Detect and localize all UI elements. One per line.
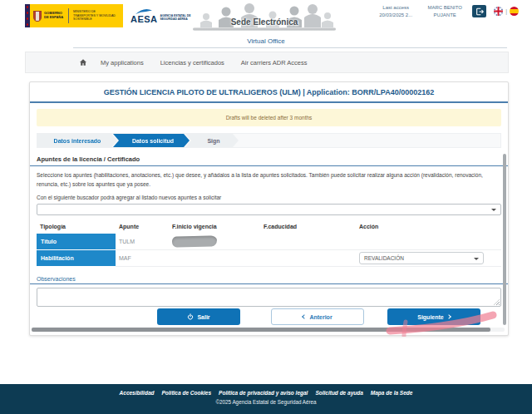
salir-button[interactable]: Salir	[157, 308, 240, 325]
col-tipologia: Tipología	[37, 221, 116, 234]
user-name: MARC BENITO PUJANTE	[425, 4, 465, 19]
step-datos-interesado[interactable]: Datos interesado	[37, 134, 117, 147]
logout-button[interactable]	[472, 5, 486, 17]
language-selector: |	[494, 7, 519, 16]
tipologia-cell: Título	[37, 234, 116, 250]
redacted-date	[172, 235, 217, 247]
finicio-cell	[169, 250, 260, 267]
power-icon	[187, 313, 194, 320]
aesa-logo: AESA AGENCIA ESTATAL DE SEGURIDAD AÉREA	[131, 8, 199, 24]
main-nav: My applications Licencias y certificados…	[25, 52, 509, 73]
aesa-acronym: AESA	[131, 15, 158, 24]
resize-handle[interactable]	[494, 299, 500, 305]
col-finicio: F.inicio vigencia	[169, 221, 260, 234]
anterior-button[interactable]: Anterior	[271, 308, 364, 325]
step-datos-solicitud[interactable]: Datos solicitud	[113, 134, 190, 147]
home-icon[interactable]	[79, 58, 87, 67]
nav-item-adr-access[interactable]: Air carriers ADR Access	[241, 59, 308, 67]
gobierno-label: GOBIERNO DE ESPAÑA	[44, 12, 64, 20]
gobierno-logo: GOBIERNO DE ESPAÑA MINISTERIO DE TRANSPO…	[25, 4, 123, 27]
col-fcaducidad: F.caducidad	[260, 221, 356, 234]
siguiente-button[interactable]: Siguiente	[387, 308, 480, 325]
logo-group: GOBIERNO DE ESPAÑA MINISTERIO DE TRANSPO…	[25, 4, 199, 27]
table-row: Título TULM	[37, 234, 501, 250]
observaciones-textarea[interactable]	[37, 288, 501, 307]
copyright: ©2025 Agencia Estatal de Seguridad Aérea	[0, 399, 532, 405]
search-label: Con el siguiente buscador podrá agregar …	[30, 189, 508, 200]
last-access-value: 20/03/2025 2...	[374, 12, 417, 19]
section-title: Apuntes de la licencia / Certificado	[30, 155, 508, 166]
apunte-cell: TULM	[116, 234, 169, 250]
fcaducidad-cell	[260, 234, 356, 250]
nav-item-my-applications[interactable]: My applications	[101, 59, 144, 67]
header: GOBIERNO DE ESPAÑA MINISTERIO DE TRANSPO…	[0, 0, 532, 35]
footer-link-mapa[interactable]: Mapa de la Sede	[371, 390, 413, 396]
chevron-down-icon	[491, 209, 496, 211]
sede-banner: Sede Electrónica	[193, 2, 336, 33]
spain-flag-icon[interactable]	[510, 7, 519, 16]
user-area: Last access 20/03/2025 2... MARC BENITO …	[374, 4, 519, 19]
section-description: Seleccione los apuntes (habilitaciones, …	[30, 166, 508, 189]
footer-link-ayuda[interactable]: Solicitud de ayuda	[315, 390, 362, 396]
col-apunte: Apunte	[116, 221, 169, 234]
accion-cell	[356, 234, 501, 250]
logout-icon	[475, 7, 484, 16]
apuntes-table: Tipología Apunte F.inicio vigencia F.cad…	[37, 221, 501, 267]
application-card: GESTIÓN LICENCIA PILOTO DE ULTRALIGEROS …	[29, 81, 509, 336]
accion-select-value: REVALIDACIÓN	[364, 255, 404, 261]
footer-links: Accesibilidad Política de Cookies Políti…	[0, 384, 532, 396]
last-access: Last access 20/03/2025 2...	[374, 4, 417, 19]
fcaducidad-cell	[260, 250, 356, 267]
footer-link-privacidad[interactable]: Política de privacidad y aviso legal	[219, 390, 308, 396]
page-title: GESTIÓN LICENCIA PILOTO DE ULTRALIGEROS …	[30, 82, 508, 103]
wizard-steps: Datos interesado Datos solicitud Sign	[37, 133, 501, 148]
horizontal-scrollbar[interactable]	[32, 328, 490, 332]
footer-link-accesibilidad[interactable]: Accesibilidad	[120, 390, 155, 396]
tipologia-cell: Habilitación	[37, 250, 116, 267]
finicio-cell	[169, 234, 260, 250]
apuntes-search-select[interactable]	[37, 204, 501, 215]
sede-electronica-title: Sede Electrónica	[193, 17, 336, 27]
accion-cell: REVALIDACIÓN	[356, 250, 501, 267]
virtual-office-label: Virtual Office	[0, 35, 532, 48]
table-row: Habilitación MAF REVALIDACIÓN	[37, 250, 501, 267]
vertical-scrollbar[interactable]	[503, 154, 506, 325]
virtual-office-divider	[73, 47, 507, 48]
ministry-label: MINISTERIO DE TRANSPORTES Y MOVILIDAD SO…	[73, 10, 118, 21]
step-sign[interactable]: Sign	[185, 134, 239, 147]
nav-item-licencias[interactable]: Licencias y certificados	[160, 59, 224, 67]
drafts-warning: Drafts will be deleted after 3 months	[37, 109, 501, 126]
coat-of-arms-icon	[33, 11, 42, 22]
logo-divider	[68, 8, 69, 23]
chevron-down-icon	[474, 258, 479, 260]
chevron-left-icon	[303, 314, 308, 319]
flag-separator: |	[505, 8, 507, 14]
accion-select[interactable]: REVALIDACIÓN	[359, 252, 484, 264]
footer: Accesibilidad Política de Cookies Políti…	[0, 384, 532, 414]
footer-link-cookies[interactable]: Política de Cookies	[161, 390, 211, 396]
col-accion: Acción	[356, 221, 501, 234]
observaciones-label: Observaciones	[30, 276, 508, 284]
table-header-row: Tipología Apunte F.inicio vigencia F.cad…	[37, 221, 501, 234]
flag-strip-icon	[25, 4, 30, 27]
last-access-label: Last access	[374, 4, 417, 12]
uk-flag-icon[interactable]	[494, 7, 503, 16]
apunte-cell: MAF	[116, 250, 169, 267]
chevron-right-icon	[446, 314, 451, 319]
